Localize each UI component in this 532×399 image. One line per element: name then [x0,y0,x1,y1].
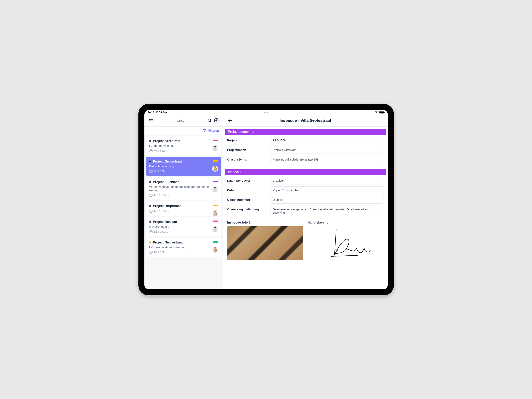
multitask-dots-icon[interactable]: ••• [264,111,268,114]
signature-col: Handtekening [307,221,384,260]
field-value[interactable]: PRDI1509 [270,137,384,144]
card-title: Project Nieuwstraat [153,241,183,244]
card-title-row: Project Dorpstraat [149,204,218,208]
field-value[interactable]: Geen tekenen van gebreken. Correct en ef… [270,206,384,216]
screen: 14:17 Vr 15 Sep ••• [144,110,388,289]
svg-point-0 [376,113,377,113]
field-label: Datum: [227,187,267,192]
project-card[interactable]: Project Kerkstraat Fundering woning Vr 1… [146,136,222,155]
status-dot-icon [149,161,151,162]
field-label: Naam Schouwer: [227,177,267,182]
calendar-icon [149,250,153,254]
tag-pill [213,160,218,162]
card-date: Di 19 Sep. [154,250,168,254]
sidebar: Lijst Filt [144,115,223,289]
card-date: Ma 18 Sep. [154,193,170,197]
card-title: Project Boslaan [153,220,177,224]
project-card[interactable]: Project Nieuwstraat Uitbouw vrijstaande … [146,238,222,257]
status-date: Vr 15 Sep [156,111,167,114]
project-list[interactable]: Project Kerkstraat Fundering woning Vr 1… [144,135,223,289]
field-value[interactable]: Plaatsing dakisolatie Grotestraat 158 [270,156,384,163]
signature-image [307,226,384,260]
card-title-row: Project Nieuwstraat [149,241,218,244]
search-icon[interactable] [206,117,213,124]
field-row: Opmerking toelichting: Geen tekenen van … [227,206,384,216]
card-title: Project Dorpstraat [153,204,181,208]
card-date-row: Vr 15 Sep. [149,169,218,173]
section-project-header: Project gegevens [225,129,386,135]
signature-label: Handtekening [307,221,384,224]
card-date-row: Di 19 Sep. [149,230,218,233]
card-subtitle: Dakisolatie woning [149,164,218,168]
avatar [212,247,218,253]
tag-pill [213,221,218,222]
status-bar: 14:17 Vr 15 Sep ••• [144,110,388,115]
calendar-icon [149,193,153,197]
tag-pill [213,205,218,206]
inspection-photo-label: Inspectie foto 1 [227,221,304,224]
inspection-photo[interactable] [227,226,304,260]
svg-point-48 [338,250,338,251]
avatar [212,145,218,151]
section-inspectie-header: Inspectie [225,169,386,175]
svg-rect-35 [150,231,152,233]
add-icon[interactable] [213,117,220,124]
filter-icon [203,129,207,133]
avatar [212,226,218,232]
avatar [212,166,218,172]
svg-rect-17 [150,170,152,173]
project-card[interactable]: Project Dorpstraat Ma 18 Sep. [146,201,222,216]
status-dot-icon [149,181,151,183]
status-right [375,110,384,114]
main-header: Inspectie - Villa Grotestraat [223,115,388,127]
filter-button[interactable]: Filteren [144,127,223,135]
section-project-body: Project: PRDI1509 Projectnaam: Project G… [225,135,386,166]
main-panel: Inspectie - Villa Grotestraat Project ge… [223,115,388,289]
card-title: Project Grotestraat [153,160,182,163]
card-title-row: Project Grotestraat [149,160,218,163]
field-value[interactable]: Vrijdag 15 september [270,187,384,194]
calendar-icon [149,169,153,173]
section-inspectie: Inspectie Naam Schouwer: L. Zolder Datum… [225,169,386,260]
card-title-row: Project Eikenlaan [149,180,218,184]
list-menu-icon[interactable] [148,117,154,124]
field-row: Omschrijving: Plaatsing dakisolatie Grot… [227,156,384,163]
field-row: Project: PRDI1509 [227,137,384,144]
battery-icon [380,111,384,113]
back-button[interactable] [226,117,233,124]
project-card[interactable]: Project Eikenlaan Vernieuwen van dakbede… [146,177,222,200]
card-date-row: Di 19 Sep. [149,250,218,254]
status-dot-icon [149,242,151,243]
field-row: Naam Schouwer: L. Zolder [227,177,384,184]
status-dot-icon [149,205,151,207]
filter-label: Filteren [208,129,219,132]
card-title: Project Kerkstraat [153,139,181,143]
field-label: Opmerking toelichting: [227,206,267,211]
tag-pill [213,181,218,182]
field-row: Object nummer: U23618 [227,196,384,204]
photo-row: Inspectie foto 1 Handtekening [225,219,386,260]
inspection-photo-col: Inspectie foto 1 [227,221,304,260]
project-card[interactable]: Project Grotestraat Dakisolatie woning V… [146,157,222,176]
roof-insulation-image [227,226,304,260]
tag-pill [213,140,218,141]
field-value[interactable]: U23618 [270,196,384,204]
arrow-left-icon [228,118,232,123]
card-title-row: Project Kerkstraat [149,139,218,143]
sidebar-title: Lijst [154,118,206,123]
status-dot-icon [149,140,151,142]
field-label: Projectnaam: [227,146,267,151]
main-scroll[interactable]: Project gegevens Project: PRDI1509 Proje… [223,127,388,289]
field-row: Datum: Vrijdag 15 september [227,187,384,194]
field-value[interactable]: Project Grotestraat [270,146,384,154]
field-label: Object nummer: [227,196,267,201]
svg-rect-41 [150,251,152,253]
section-inspectie-body: Naam Schouwer: L. Zolder Datum: Vrijdag … [225,175,386,219]
tag-pill [213,241,218,243]
field-value[interactable]: L. Zolder [270,177,384,184]
section-project: Project gegevens Project: PRDI1509 Proje… [225,129,386,166]
project-card[interactable]: Project Boslaan Gevelrenovatie Di 19 Sep… [146,217,222,236]
status-dot-icon [149,221,151,223]
svg-rect-23 [150,194,152,196]
avatar [212,210,218,216]
